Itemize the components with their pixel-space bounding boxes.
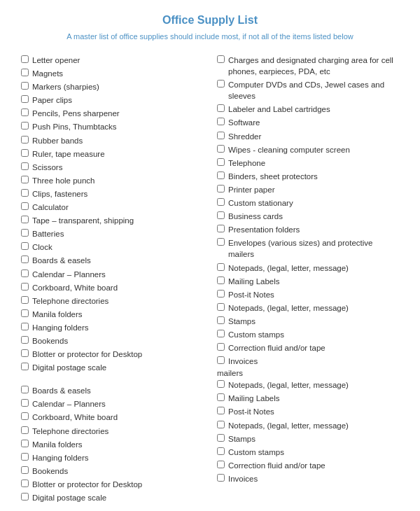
item-label: Push Pins, Thumbtacks [32, 121, 117, 132]
checkbox[interactable] [21, 162, 29, 170]
section-label: mailers [217, 369, 399, 377]
checkbox[interactable] [21, 426, 29, 434]
checkbox[interactable] [21, 399, 29, 407]
checkbox[interactable] [21, 229, 29, 237]
item-label: Presentation folders [228, 224, 300, 235]
checkbox[interactable] [217, 330, 225, 337]
checkbox[interactable] [21, 255, 29, 263]
checkbox[interactable] [217, 158, 225, 166]
checkbox[interactable] [21, 412, 29, 420]
checkbox[interactable] [217, 118, 225, 125]
checkbox[interactable] [217, 276, 225, 284]
item-label: Ruler, tape measure [32, 148, 105, 160]
checkbox[interactable] [21, 349, 29, 357]
list-item: Notepads, (legal, letter, message) [217, 379, 399, 391]
checkbox[interactable] [217, 185, 225, 192]
checkbox[interactable] [217, 172, 225, 179]
item-label: Calculator [32, 202, 69, 213]
checkbox[interactable] [21, 216, 29, 223]
checkbox[interactable] [217, 461, 225, 468]
checkbox[interactable] [217, 474, 225, 482]
list-item: Stamps [217, 316, 399, 327]
checkbox[interactable] [217, 55, 225, 63]
item-label: Batteries [32, 228, 64, 239]
checkbox[interactable] [21, 189, 29, 197]
checkbox[interactable] [217, 145, 225, 153]
checkbox[interactable] [21, 242, 29, 250]
list-item: Envelopes (various sizes) and protective… [217, 237, 399, 260]
list-item: Markers (sharpies) [21, 81, 203, 92]
checkbox[interactable] [217, 421, 225, 428]
checkbox[interactable] [21, 108, 29, 116]
checkbox[interactable] [217, 434, 225, 442]
checkbox[interactable] [217, 211, 225, 219]
checkbox[interactable] [21, 55, 29, 63]
item-label: Invoices [228, 356, 258, 367]
checkbox[interactable] [21, 176, 29, 183]
checkbox[interactable] [21, 440, 29, 447]
checkbox[interactable] [217, 393, 225, 401]
item-label: Boards & easels [32, 255, 91, 266]
checkbox[interactable] [21, 453, 29, 461]
checkbox[interactable] [217, 407, 225, 414]
item-label: Rubber bands [32, 135, 83, 146]
checkbox[interactable] [21, 202, 29, 210]
checkbox[interactable] [217, 380, 225, 388]
list-item: Notepads, (legal, letter, message) [217, 262, 399, 274]
checkbox[interactable] [21, 270, 29, 277]
item-label: Shredder [228, 131, 261, 142]
checkbox[interactable] [21, 309, 29, 317]
list-item: Labeler and Label cartridges [217, 104, 399, 115]
checkbox[interactable] [21, 323, 29, 330]
checkbox[interactable] [217, 447, 225, 455]
item-label: Notepads, (legal, letter, message) [228, 302, 349, 314]
list-item: Correction fluid and/or tape [217, 342, 399, 354]
checkbox[interactable] [21, 296, 29, 304]
checkbox[interactable] [217, 132, 225, 139]
list-item: Boards & easels [21, 385, 203, 396]
checkbox[interactable] [217, 356, 225, 364]
checkbox[interactable] [217, 303, 225, 311]
item-label: Corkboard, White board [32, 412, 118, 423]
checkbox[interactable] [217, 238, 225, 246]
item-label: Printer paper [228, 184, 274, 195]
checkbox[interactable] [21, 363, 29, 370]
checkbox[interactable] [21, 136, 29, 144]
checkbox[interactable] [21, 493, 29, 500]
subtitle: A master list of office supplies should … [21, 32, 399, 41]
item-label: Paper clips [32, 94, 72, 106]
list-item: Notepads, (legal, letter, message) [217, 302, 399, 314]
checkbox[interactable] [217, 80, 225, 88]
list-item: Hanging folders [21, 452, 203, 463]
checkbox[interactable] [217, 343, 225, 351]
item-label: Letter opener [32, 55, 80, 66]
checkbox[interactable] [217, 316, 225, 324]
checkbox[interactable] [21, 466, 29, 474]
checkbox[interactable] [217, 104, 225, 112]
item-label: Post-it Notes [228, 406, 274, 417]
checkbox[interactable] [217, 225, 225, 232]
item-label: Pencils, Pens sharpener [32, 108, 120, 119]
checkbox[interactable] [21, 479, 29, 487]
item-label: Custom stamps [228, 329, 284, 340]
checkbox[interactable] [21, 95, 29, 103]
checkbox[interactable] [21, 82, 29, 90]
list-item: Mailing Labels [217, 393, 399, 404]
item-label: Three hole punch [32, 175, 95, 186]
checkbox[interactable] [217, 263, 225, 271]
checkbox[interactable] [217, 290, 225, 298]
list-item: Pencils, Pens sharpener [21, 108, 203, 119]
checkbox[interactable] [21, 149, 29, 157]
item-label: Post-it Notes [228, 289, 274, 300]
list-item: Calendar – Planners [21, 269, 203, 280]
list-item: Calendar – Planners [21, 398, 203, 410]
checkbox[interactable] [21, 386, 29, 393]
checkbox[interactable] [21, 69, 29, 76]
checkbox[interactable] [21, 283, 29, 290]
item-label: Clock [32, 241, 52, 253]
item-label: Calendar – Planners [32, 398, 106, 410]
checkbox[interactable] [21, 336, 29, 344]
checkbox[interactable] [21, 122, 29, 130]
item-label: Telephone directories [32, 426, 108, 437]
checkbox[interactable] [217, 198, 225, 206]
